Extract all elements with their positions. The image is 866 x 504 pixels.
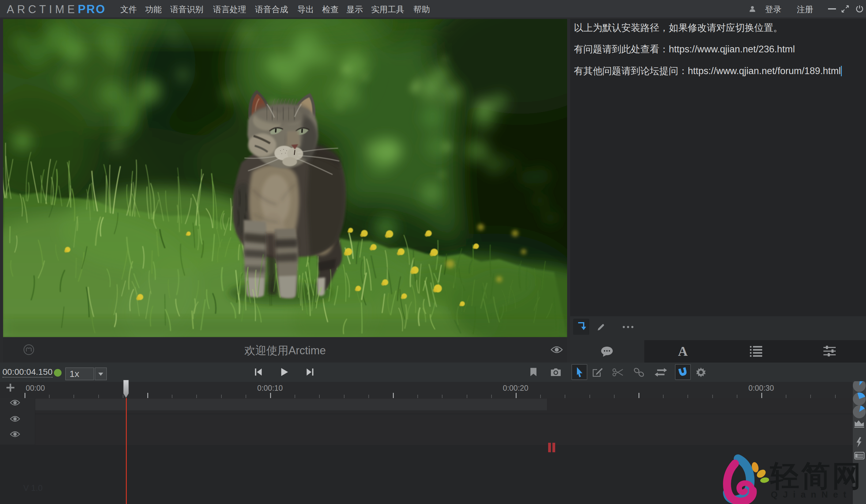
svg-text:轻简网: 轻简网 <box>769 460 863 492</box>
svg-text:QJianNet: QJianNet <box>771 490 851 500</box>
